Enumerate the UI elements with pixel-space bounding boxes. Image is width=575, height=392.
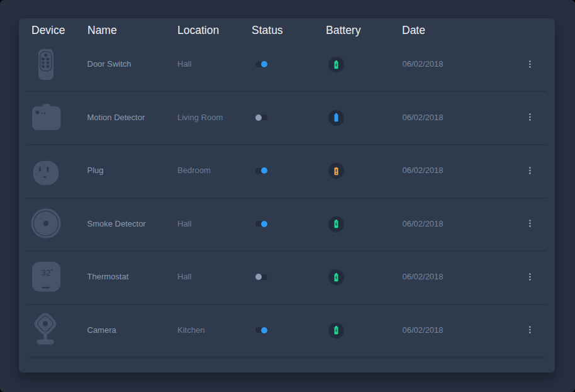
svg-text:32: 32 (42, 268, 50, 277)
